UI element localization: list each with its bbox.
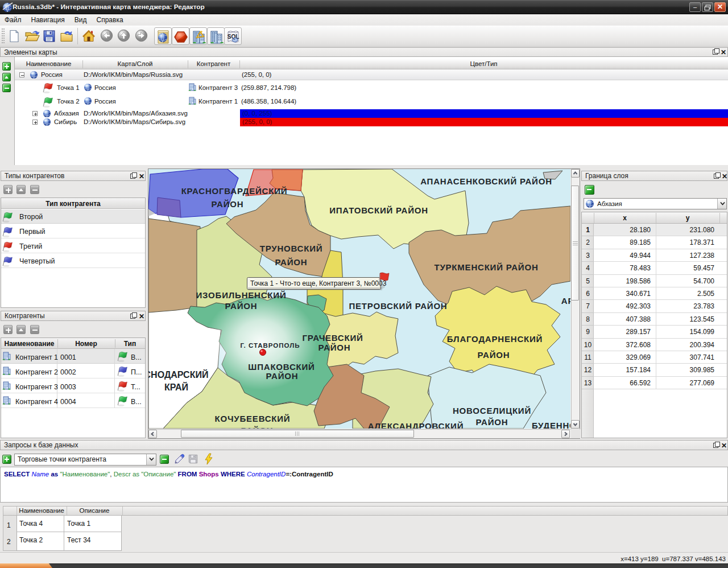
svg-text:РАЙОН: РАЙОН — [275, 257, 308, 267]
svg-text:РАЙОН: РАЙОН — [266, 371, 299, 381]
svg-text:РАЙОН: РАЙОН — [476, 417, 508, 427]
svg-text:КОЧУБЕЕВСКИЙ: КОЧУБЕЕВСКИЙ — [215, 414, 291, 423]
svg-text:ИПАТОВСКИЙ РАЙОН: ИПАТОВСКИЙ РАЙОН — [329, 205, 428, 215]
svg-text:БЛАГОДАРНЕНСКИЙ: БЛАГОДАРНЕНСКИЙ — [447, 334, 543, 344]
svg-text:СНОДАРСКИЙ: СНОДАРСКИЙ — [148, 369, 208, 380]
svg-text:ИЗОБИЛЬНЕНСКИЙ: ИЗОБИЛЬНЕНСКИЙ — [196, 290, 287, 300]
svg-text:КРАСНОГВАРДЕЙСКИЙ: КРАСНОГВАРДЕЙСКИЙ — [181, 186, 288, 196]
svg-text:ШПАКОВСКИЙ: ШПАКОВСКИЙ — [248, 362, 315, 372]
svg-text:ПЕТРОВСКИЙ РАЙОН: ПЕТРОВСКИЙ РАЙОН — [349, 301, 447, 311]
svg-text:КРАЙ: КРАЙ — [164, 382, 188, 392]
svg-text:ГРАЧЕВСКИЙ: ГРАЧЕВСКИЙ — [302, 333, 363, 343]
svg-text:АР: АР — [561, 296, 570, 306]
svg-text:АЛЕКСАНДРОВСКИЙ: АЛЕКСАНДРОВСКИЙ — [368, 421, 464, 429]
svg-text:Г. СТАВРОПОЛЬ: Г. СТАВРОПОЛЬ — [240, 342, 300, 349]
svg-text:ТРУНОВСКИЙ: ТРУНОВСКИЙ — [260, 244, 323, 253]
svg-text:АПАНАСЕНКОВСКИЙ РАЙОН: АПАНАСЕНКОВСКИЙ РАЙОН — [420, 176, 552, 186]
svg-text:ТУРКМЕНСКИЙ РАЙОН: ТУРКМЕНСКИЙ РАЙОН — [434, 262, 538, 272]
svg-text:РАЙОН: РАЙОН — [225, 301, 258, 311]
svg-text:Точка 1 - Что-то еще, Контраге: Точка 1 - Что-то еще, Контрагент 3, №000… — [250, 279, 387, 287]
svg-text:РАЙОН: РАЙОН — [478, 350, 510, 360]
svg-text:РАЙОН: РАЙОН — [241, 426, 274, 429]
svg-text:РАЙОН: РАЙОН — [212, 199, 244, 209]
svg-text:БУДЕННОВ: БУДЕННОВ — [532, 421, 570, 429]
svg-text:НОВОСЕЛИЦКИЙ: НОВОСЕЛИЦКИЙ — [453, 406, 531, 415]
svg-text:РАЙОН: РАЙОН — [318, 343, 351, 352]
